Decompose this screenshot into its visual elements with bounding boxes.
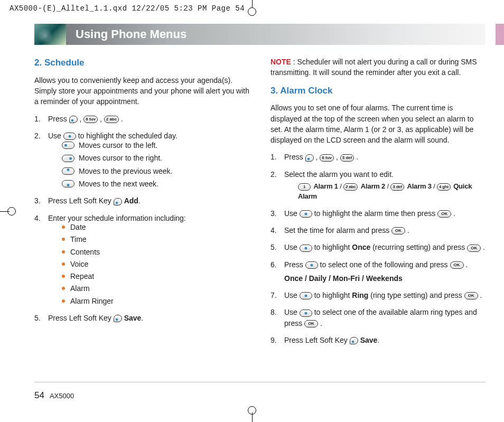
text: to select one of the following and press <box>320 260 450 269</box>
schedule-fields-list: Date Time Contents Voice Repeat Alarm Al… <box>48 222 249 306</box>
right-column: NOTE : Scheduler will not alert you duri… <box>270 57 486 352</box>
key-2-icon: 2 abc <box>343 183 358 191</box>
text: Ring <box>352 291 368 299</box>
text: Use <box>284 291 300 299</box>
schedule-intro: Allows you to conveniently keep and acce… <box>34 75 249 107</box>
key-2-icon: 2 abc <box>104 116 119 123</box>
alarm-step-8: Use to select one of the available alarm… <box>270 307 486 329</box>
text: Alarm 2 <box>361 182 385 190</box>
text: : Scheduler will not alert you during a … <box>270 58 477 77</box>
text: Alarm 3 <box>407 182 432 190</box>
soft-key-icon <box>114 315 122 322</box>
left-column: 2. Schedule Allows you to conveniently k… <box>34 57 249 352</box>
alarm-heading: 3. Alarm Clock <box>270 85 486 98</box>
text: Moves to the next week. <box>79 179 158 189</box>
text: Press Left Soft Key <box>284 336 350 344</box>
alarm-intro: Allows you to set one of four alarms. Th… <box>270 102 486 145</box>
key-1-icon: 1 <box>298 183 311 191</box>
header-thumbnail <box>34 24 66 45</box>
soft-key-icon <box>69 116 78 123</box>
text: Press Left Soft Key <box>48 314 114 322</box>
nav-key-icon <box>300 292 312 299</box>
footer-rule <box>34 382 486 382</box>
nav-down-icon <box>62 180 74 187</box>
alarm-step-5: Use to highlight Once (recurring setting… <box>270 242 486 252</box>
schedule-step-5: Press Left Soft Key Save. <box>34 313 249 323</box>
crop-mark-top <box>244 0 260 16</box>
alarm-step-4: Set the time for alarm and press OK . <box>270 225 486 236</box>
page-number: 54 <box>34 390 44 401</box>
text: Add <box>124 196 138 205</box>
text: to highlight <box>314 243 352 251</box>
header-band: Using Phone Menus <box>34 24 486 45</box>
ok-key-icon: OK <box>304 320 318 327</box>
text: to highlight <box>314 291 352 299</box>
list-item: Date <box>62 222 249 232</box>
list-item: Time <box>62 234 249 245</box>
text: Alarm 1 <box>313 182 338 190</box>
schedule-step-3: Press Left Soft Key Add. <box>34 195 249 206</box>
schedule-step-2: Use to highlight the scheduled day. Move… <box>34 130 249 189</box>
nav-key-icon <box>300 310 312 317</box>
text: Save <box>360 336 378 344</box>
note-label: NOTE <box>270 58 291 66</box>
list-item: Alarm <box>62 283 249 294</box>
text: Once <box>352 243 370 251</box>
crop-mark-left <box>0 203 16 219</box>
nav-up-icon <box>62 167 74 175</box>
nav-key-icon <box>300 245 312 252</box>
nav-key-icon <box>305 261 318 269</box>
text: Use <box>284 308 300 316</box>
nav-key-icon <box>300 210 312 218</box>
list-item: Voice <box>62 259 249 269</box>
text: Use <box>284 243 300 251</box>
text: Moves to the previous week. <box>79 166 172 176</box>
alarm-step-1: Press , 8 tuv , 3 def . <box>270 152 486 162</box>
text: Press <box>48 115 69 123</box>
text: Save <box>124 314 142 322</box>
ok-key-icon: OK <box>464 292 478 299</box>
text: to highlight the scheduled day. <box>78 132 178 140</box>
text: Enter your schedule information includin… <box>48 214 186 222</box>
text: Set the time for alarm and press <box>284 226 391 235</box>
soft-key-icon <box>114 198 122 205</box>
alarm-options-row: 1 Alarm 1 / 2 abc Alarm 2 / 3 def Alarm … <box>298 182 486 202</box>
page-footer: 54 AX5000 <box>34 387 74 401</box>
nav-key-icon <box>63 133 76 140</box>
list-item: Alarm Ringer <box>62 296 249 306</box>
ok-key-icon: OK <box>450 261 464 269</box>
schedule-step-4: Enter your schedule information includin… <box>34 213 249 306</box>
ok-key-icon: OK <box>437 210 451 218</box>
print-slug: AX5000-(E)_Alltel_1.1.qxd 12/22/05 5:23 … <box>10 4 245 13</box>
alarm-step-3: Use to highlight the alarm time then pre… <box>270 208 486 219</box>
crop-mark-bottom <box>244 406 260 422</box>
text: Use <box>284 209 300 218</box>
recurring-options: Once / Daily / Mon-Fri / Weekends <box>284 273 486 284</box>
text: Use <box>48 132 63 140</box>
text: Press <box>284 260 305 269</box>
model-label: AX5000 <box>50 392 74 400</box>
ok-key-icon: OK <box>467 245 481 252</box>
page-content: Using Phone Menus 2. Schedule Allows you… <box>34 24 486 401</box>
key-8-icon: 8 tuv <box>83 116 98 123</box>
schedule-step-1: Press , 8 tuv , 2 abc . <box>34 114 249 124</box>
ok-key-icon: OK <box>391 227 405 235</box>
tab-marker <box>496 24 504 45</box>
list-item: Repeat <box>62 271 249 282</box>
alarm-step-9: Press Left Soft Key Save. <box>270 335 486 345</box>
text: Press Left Soft Key <box>48 196 114 205</box>
soft-key-icon <box>305 154 314 162</box>
note-paragraph: NOTE : Scheduler will not alert you duri… <box>270 57 486 78</box>
schedule-heading: 2. Schedule <box>34 57 249 70</box>
text: Moves cursor to the left. <box>79 140 157 151</box>
text: (ring type setting) and press <box>370 291 464 299</box>
text: to highlight the alarm time then press <box>314 209 437 218</box>
text: Moves cursor to the right. <box>79 153 162 163</box>
key-8-icon: 8 tuv <box>320 154 334 162</box>
text: Press <box>284 153 305 161</box>
key-4-icon: 4 ghi <box>437 183 451 191</box>
soft-key-icon <box>350 337 358 344</box>
alarm-step-2: Select the alarm you want to edit. 1 Ala… <box>270 169 486 202</box>
text: Select the alarm you want to edit. <box>284 170 394 179</box>
key-3-icon: 3 def <box>340 154 354 162</box>
